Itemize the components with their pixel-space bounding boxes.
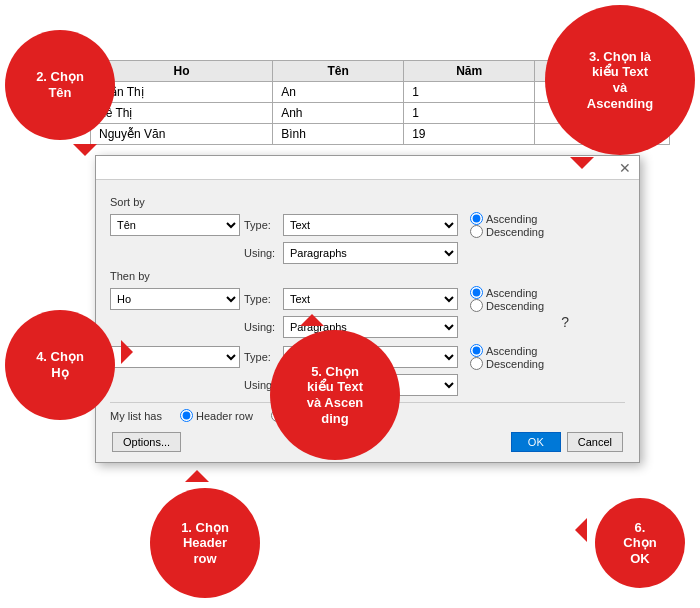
- using-label-2: Using:: [244, 321, 279, 333]
- bubble-6: 6.ChọnOK: [595, 498, 685, 588]
- header-row-radio[interactable]: [180, 409, 193, 422]
- col-ten: Tên: [273, 61, 404, 82]
- using-label-1: Using:: [244, 247, 279, 259]
- header-row-label: Header row: [196, 410, 253, 422]
- dialog-close-button[interactable]: ✕: [619, 160, 631, 176]
- bubble-1: 1. ChọnHeaderrow: [150, 488, 260, 598]
- descending-label-3: Descending: [486, 358, 544, 370]
- using-row-2: Using: Paragraphs: [110, 316, 625, 338]
- type-select-1[interactable]: Text: [283, 214, 458, 236]
- using-select-1[interactable]: Paragraphs: [283, 242, 458, 264]
- col-ho: Ho: [91, 61, 273, 82]
- ascending-radio-1[interactable]: [470, 212, 483, 225]
- ok-button[interactable]: OK: [511, 432, 561, 452]
- bubble-3-text: 3. Chọn làkiểu TextvàAscending: [577, 39, 663, 121]
- bubble-4-text: 4. ChọnHọ: [36, 349, 84, 380]
- type-label-1: Type:: [244, 219, 279, 231]
- descending-label-2: Descending: [486, 300, 544, 312]
- ascending-radio-2[interactable]: [470, 286, 483, 299]
- my-list-has-label: My list has: [110, 410, 162, 422]
- then-by-label: Then by: [110, 270, 625, 282]
- sort-direction-2: Ascending Descending: [470, 286, 544, 312]
- using-row-1: Using: Paragraphs: [110, 242, 625, 264]
- ascending-label-2: Ascending: [486, 287, 537, 299]
- descending-radio-1[interactable]: [470, 225, 483, 238]
- options-button[interactable]: Options...: [112, 432, 181, 452]
- bubble-5: 5. Chọnkiểu Textvà Ascending: [270, 330, 400, 460]
- bubble-2-text: 2. ChọnTên: [36, 69, 84, 100]
- sort-by-label: Sort by: [110, 196, 625, 208]
- bubble-2: 2. ChọnTên: [5, 30, 115, 140]
- bubble-5-text: 5. Chọnkiểu Textvà Ascending: [297, 354, 374, 436]
- descending-radio-2[interactable]: [470, 299, 483, 312]
- type-label-3: Type:: [244, 351, 279, 363]
- then-by-select-1[interactable]: Ho: [110, 288, 240, 310]
- col-nam: Năm: [404, 61, 535, 82]
- ascending-label-1: Ascending: [486, 213, 537, 225]
- sort-by-row: Tên Type: Text Ascending Descending: [110, 212, 625, 238]
- ascending-label-3: Ascending: [486, 345, 537, 357]
- bubble-4: 4. ChọnHọ: [5, 310, 115, 420]
- dialog-action-buttons: OK Cancel: [511, 432, 623, 452]
- type-label-2: Type:: [244, 293, 279, 305]
- descending-label-1: Descending: [486, 226, 544, 238]
- ascending-radio-3[interactable]: [470, 344, 483, 357]
- help-icon: ?: [561, 314, 569, 330]
- type-select-2[interactable]: Text: [283, 288, 458, 310]
- cancel-button[interactable]: Cancel: [567, 432, 623, 452]
- then-by-row-1: Ho Type: Text Ascending Descending: [110, 286, 625, 312]
- descending-radio-3[interactable]: [470, 357, 483, 370]
- sort-direction-3: Ascending Descending: [470, 344, 544, 370]
- bubble-3: 3. Chọn làkiểu TextvàAscending: [545, 5, 695, 155]
- sort-direction-1: Ascending Descending: [470, 212, 544, 238]
- sort-by-select[interactable]: Tên: [110, 214, 240, 236]
- bubble-1-text: 1. ChọnHeaderrow: [181, 520, 229, 567]
- bubble-6-text: 6.ChọnOK: [623, 520, 656, 567]
- dialog-titlebar: ? ✕: [96, 156, 639, 180]
